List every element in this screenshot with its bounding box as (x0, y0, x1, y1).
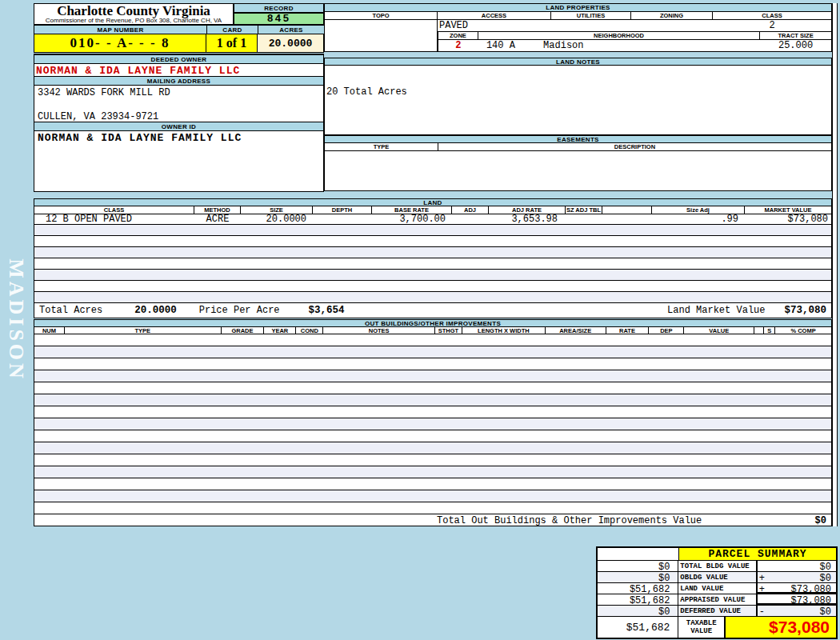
neighborhood-code: 140 A (486, 40, 515, 51)
land-cell-blank (602, 214, 652, 224)
land-table-header: LAND (34, 198, 832, 206)
land-col-class: CLASS (34, 206, 194, 214)
label-total-bldg: TOTAL BLDG VALUE (678, 561, 755, 571)
neighborhood-header: NEIGHBORHOOD (478, 32, 760, 39)
label-taxable: TAXABLE VALUE (678, 617, 724, 638)
land-col-adj-rate: ADJ RATE (489, 206, 566, 214)
land-col-method: METHOD (194, 206, 241, 214)
deeded-owner-header: DEEDED OWNER (34, 54, 323, 64)
parcel-summary-title: PARCEL SUMMARY (679, 548, 836, 560)
land-col-market-value: MARKET VALUE (745, 206, 831, 214)
summary-row-obldg: $0 OBLDG VALUE + $0 (598, 572, 836, 583)
neighborhood-name: Madison (543, 40, 583, 51)
ob-col-year: YEAR (264, 327, 296, 334)
out-buildings-total-value: $0 (815, 515, 826, 526)
ob-col-grade: GRADE (222, 327, 265, 334)
value-taxable: $73,080 (724, 617, 836, 638)
prior-appraised: $51,682 (598, 594, 678, 605)
value-obldg: $0 (767, 572, 836, 582)
land-cell-depth (313, 214, 372, 224)
prior-deferred: $0 (598, 606, 678, 616)
record-label: RECORD (234, 3, 324, 13)
out-buildings-total-label: Total Out Buildings & Other Improvements… (437, 515, 702, 526)
land-row: 12 B OPEN PAVED ACRE 20.0000 3,700.00 3,… (34, 214, 832, 225)
land-market-value: $73,080 (784, 305, 826, 316)
acres-header: ACRES (258, 25, 324, 34)
ob-col-value: VALUE (684, 327, 754, 334)
out-buildings-table: OUT BUILDINGS/OTHER IMPROVEMENTS NUM TYP… (34, 319, 832, 526)
tract-size-value: 25.000 (760, 40, 831, 52)
prior-land: $51,682 (598, 583, 678, 594)
ob-col-area-size: AREA/SIZE (546, 327, 606, 334)
op-deferred: - (756, 606, 767, 616)
label-deferred: DEFERRED VALUE (678, 606, 755, 616)
land-cell-adj (452, 214, 489, 224)
land-col-sz-adj-tbl: SZ ADJ TBL (566, 206, 602, 214)
land-notes-header: LAND NOTES (324, 58, 832, 66)
summary-row-total-bldg: $0 TOTAL BLDG VALUE $0 (598, 561, 836, 572)
easements-section: EASEMENTS TYPE DESCRIPTION (324, 135, 832, 191)
access-value: PAVED (439, 20, 468, 31)
owner-id-header: OWNER ID (34, 122, 323, 131)
sidebar-neighborhood-label: MADISON (4, 258, 28, 382)
value-land: $73,080 (767, 583, 836, 594)
summary-row-land: $51,682 LAND VALUE + $73,080 (598, 583, 836, 594)
ob-col-rate: RATE (606, 327, 650, 334)
prior-taxable: $51,682 (598, 617, 678, 638)
summary-row-deferred: $0 DEFERRED VALUE - $0 (598, 606, 836, 617)
value-deferred: $0 (767, 606, 836, 616)
acres-value: 20.0000 (258, 34, 323, 52)
ob-col-type: TYPE (65, 327, 222, 334)
price-per-acre-label: Price Per Acre (199, 305, 280, 316)
ob-col-num: NUM (34, 327, 65, 334)
land-cell-size: 20.0000 (241, 214, 313, 224)
land-col-size: SIZE (241, 206, 313, 214)
zone-value: 2 (438, 40, 478, 52)
op-obldg: + (756, 572, 767, 582)
easements-header: EASEMENTS (324, 135, 832, 143)
land-col-adj: ADJ (452, 206, 489, 214)
address-line-2: CULLEN, VA 23934-9721 (38, 111, 320, 122)
map-number-table: MAP NUMBER CARD ACRES 010- - A- - - 8 1 … (34, 25, 324, 53)
zone-header: ZONE (438, 32, 478, 39)
land-notes-section: LAND NOTES 20 Total Acres (324, 58, 832, 135)
zone-table: ZONE NEIGHBORHOOD TRACT SIZE 2 140 A Mad… (438, 31, 831, 52)
ob-col-cond: COND (296, 327, 323, 334)
label-obldg: OBLDG VALUE (678, 572, 755, 582)
land-cell-class: 12 B OPEN PAVED (34, 214, 194, 224)
address-line-1: 3342 WARDS FORK MILL RD (38, 87, 320, 98)
value-total-bldg: $0 (767, 561, 836, 571)
easement-description-header: DESCRIPTION (438, 143, 831, 150)
class-header: CLASS (713, 12, 831, 19)
ob-col-pct-comp: % COMP (775, 327, 831, 334)
topo-value (325, 20, 438, 51)
land-empty-rows (34, 225, 832, 303)
total-acres-value: 20.0000 (134, 305, 177, 316)
deeded-owner-value: NORMAN & IDA LAYNE FAMILY LLC (34, 64, 323, 76)
county-subtitle: Commissioner of the Revenue, PO Box 308,… (34, 18, 233, 24)
mailing-address-header: MAILING ADDRESS (34, 76, 323, 86)
map-number-value: 010- - A- - - 8 (34, 34, 206, 52)
topo-header: TOPO (325, 12, 438, 19)
summary-row-appraised: $51,682 APPRAISED VALUE $73,080 (598, 594, 836, 606)
owner-id-value: NORMAN & IDA LAYNE FAMILY LLC (34, 131, 323, 143)
op-appraised (756, 594, 767, 605)
out-buildings-header: OUT BUILDINGS/OTHER IMPROVEMENTS (34, 319, 832, 327)
county-header: Charlotte County Virginia Commissioner o… (34, 3, 234, 25)
land-cell-sz-adj-tbl (566, 214, 602, 224)
land-cell-base-rate: 3,700.00 (372, 214, 452, 224)
prior-obldg: $0 (598, 572, 678, 582)
easements-body (324, 151, 832, 191)
op-land: + (756, 583, 767, 594)
owner-block: DEEDED OWNER NORMAN & IDA LAYNE FAMILY L… (34, 54, 324, 192)
land-cell-adj-rate: 3,653.98 (489, 214, 566, 224)
tract-size-header: TRACT SIZE (760, 32, 831, 39)
price-per-acre-value: $3,654 (309, 305, 345, 316)
prior-total-bldg: $0 (598, 561, 678, 571)
right-gutter (832, 3, 838, 526)
op-total-bldg (756, 561, 767, 571)
summary-row-taxable: $51,682 TAXABLE VALUE $73,080 (598, 617, 836, 638)
card-value: 1 of 1 (206, 34, 258, 52)
zoning-header: ZONING (631, 12, 713, 19)
map-number-header: MAP NUMBER (34, 25, 206, 34)
